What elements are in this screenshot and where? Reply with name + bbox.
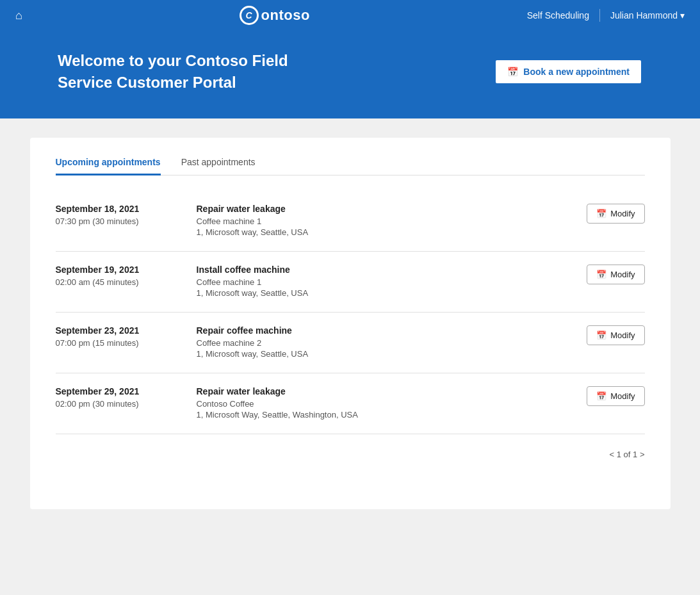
appointments-list: September 18, 2021 07:30 pm (30 minutes)…	[56, 191, 645, 434]
appt-asset-2: Coffee machine 2	[197, 338, 562, 348]
pagination: < 1 of 1 >	[56, 450, 645, 459]
table-row: September 18, 2021 07:30 pm (30 minutes)…	[56, 191, 645, 252]
appt-date-col-0: September 18, 2021 07:30 pm (30 minutes)	[56, 204, 184, 226]
modify-button-1[interactable]: 📅 Modify	[587, 265, 644, 284]
appt-title-0: Repair water leakage	[197, 204, 562, 214]
appt-action-col-3: 📅 Modify	[574, 386, 645, 406]
user-menu[interactable]: Julian Hammond ▾	[610, 10, 685, 20]
appt-action-col-2: 📅 Modify	[574, 325, 645, 345]
appt-time-2: 07:00 pm (15 minutes)	[56, 338, 184, 348]
tab-past[interactable]: Past appointments	[181, 157, 256, 175]
tabs-bar: Upcoming appointments Past appointments	[56, 157, 645, 175]
calendar-icon-modify-2: 📅	[596, 330, 606, 340]
appt-address-3: 1, Microsoft Way, Seattle, Washington, U…	[197, 410, 562, 420]
navbar: ⌂ C ontoso Self Scheduling Julian Hammon…	[0, 0, 700, 31]
book-button-label: Book a new appointment	[523, 67, 630, 77]
modify-label-3: Modify	[610, 391, 635, 401]
appt-address-2: 1, Microsoft way, Seattle, USA	[197, 349, 562, 359]
logo-area: C ontoso	[240, 6, 310, 25]
appt-details-col-0: Repair water leakage Coffee machine 1 1,…	[197, 204, 562, 238]
nav-divider	[599, 9, 600, 22]
appt-asset-3: Contoso Coffee	[197, 399, 562, 409]
modify-label-1: Modify	[610, 270, 635, 279]
appt-time-0: 07:30 pm (30 minutes)	[56, 216, 184, 226]
main-content: Upcoming appointments Past appointments …	[30, 138, 671, 509]
brand-logo: C ontoso	[240, 6, 310, 25]
appt-date-2: September 23, 2021	[56, 325, 184, 336]
home-icon[interactable]: ⌂	[15, 9, 22, 22]
modify-label-2: Modify	[610, 330, 635, 340]
user-name: Julian Hammond	[610, 10, 678, 20]
pagination-label[interactable]: < 1 of 1 >	[610, 450, 645, 459]
logo-ring-icon: C	[240, 6, 259, 25]
appt-details-col-3: Repair water leakage Contoso Coffee 1, M…	[197, 386, 562, 421]
appt-details-col-2: Repair coffee machine Coffee machine 2 1…	[197, 325, 562, 360]
calendar-icon-modify-0: 📅	[596, 209, 606, 218]
appt-action-col-1: 📅 Modify	[574, 265, 645, 284]
tab-upcoming[interactable]: Upcoming appointments	[56, 157, 161, 175]
appt-date-3: September 29, 2021	[56, 386, 184, 396]
table-row: September 23, 2021 07:00 pm (15 minutes)…	[56, 313, 645, 373]
modify-button-3[interactable]: 📅 Modify	[587, 386, 644, 406]
appt-address-0: 1, Microsoft way, Seattle, USA	[197, 227, 562, 237]
calendar-icon-modify-1: 📅	[596, 270, 606, 279]
appt-asset-0: Coffee machine 1	[197, 216, 562, 226]
modify-button-0[interactable]: 📅 Modify	[587, 204, 644, 224]
hero-banner: Welcome to your Contoso Field Service Cu…	[0, 31, 700, 118]
appt-date-col-3: September 29, 2021 02:00 pm (30 minutes)	[56, 386, 184, 409]
hero-title: Welcome to your Contoso Field Service Cu…	[58, 50, 327, 93]
appt-title-1: Install coffee machine	[197, 265, 562, 275]
appt-address-1: 1, Microsoft way, Seattle, USA	[197, 288, 562, 298]
modify-button-2[interactable]: 📅 Modify	[587, 325, 644, 345]
user-caret-icon: ▾	[680, 10, 685, 20]
home-nav[interactable]: ⌂	[15, 9, 22, 22]
appt-date-col-2: September 23, 2021 07:00 pm (15 minutes)	[56, 325, 184, 348]
table-row: September 29, 2021 02:00 pm (30 minutes)…	[56, 373, 645, 434]
appt-date-col-1: September 19, 2021 02:00 am (45 minutes)	[56, 265, 184, 287]
appt-date-0: September 18, 2021	[56, 204, 184, 214]
self-scheduling-link[interactable]: Self Scheduling	[527, 10, 589, 20]
appt-title-2: Repair coffee machine	[197, 325, 562, 336]
appt-time-3: 02:00 pm (30 minutes)	[56, 399, 184, 409]
calendar-icon-modify-3: 📅	[596, 391, 606, 401]
logo-letter: C	[246, 10, 252, 20]
table-row: September 19, 2021 02:00 am (45 minutes)…	[56, 252, 645, 313]
appt-action-col-0: 📅 Modify	[574, 204, 645, 224]
appt-details-col-1: Install coffee machine Coffee machine 1 …	[197, 265, 562, 299]
navbar-right: Self Scheduling Julian Hammond ▾	[527, 9, 685, 22]
calendar-icon: 📅	[507, 67, 518, 77]
book-appointment-button[interactable]: 📅 Book a new appointment	[494, 59, 642, 85]
appt-title-3: Repair water leakage	[197, 386, 562, 396]
modify-label-0: Modify	[610, 209, 635, 218]
appt-asset-1: Coffee machine 1	[197, 277, 562, 287]
appt-time-1: 02:00 am (45 minutes)	[56, 277, 184, 287]
logo-text: ontoso	[261, 7, 310, 24]
appt-date-1: September 19, 2021	[56, 265, 184, 275]
